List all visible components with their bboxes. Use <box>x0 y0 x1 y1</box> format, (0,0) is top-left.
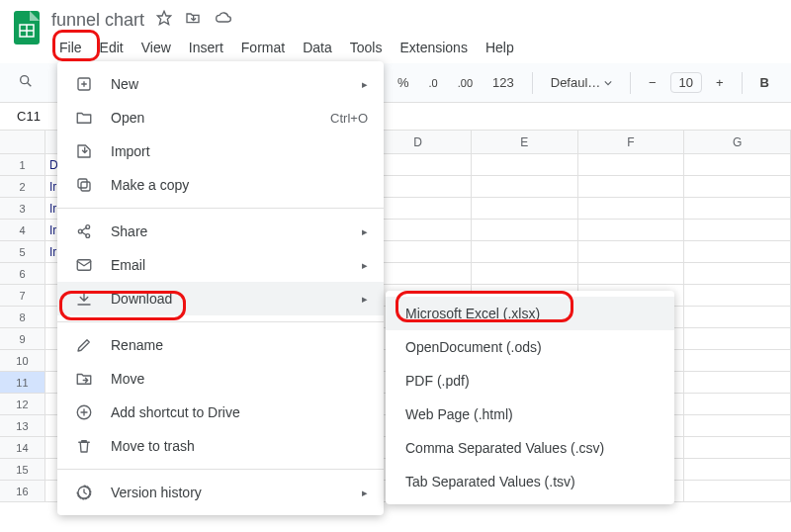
cell[interactable] <box>684 437 791 459</box>
font-size-decrease[interactable]: − <box>643 71 662 94</box>
menu-extensions[interactable]: Extensions <box>392 36 475 59</box>
file-menu-new[interactable]: New▸ <box>57 67 384 101</box>
file-menu-move-to-trash[interactable]: Move to trash <box>57 429 384 463</box>
folder-icon <box>73 107 95 129</box>
select-all-corner[interactable] <box>0 131 45 153</box>
decrease-decimal[interactable]: .0 <box>423 73 444 93</box>
cell[interactable] <box>472 198 578 220</box>
menu-view[interactable]: View <box>133 36 179 59</box>
file-menu-email[interactable]: Email▸ <box>57 248 384 282</box>
cell[interactable] <box>578 220 685 241</box>
file-menu-make-a-copy[interactable]: Make a copy <box>57 168 384 202</box>
file-menu-share[interactable]: Share▸ <box>57 215 384 248</box>
cell[interactable] <box>684 307 791 328</box>
download-option[interactable]: Comma Separated Values (.csv) <box>386 431 674 465</box>
cell[interactable] <box>472 154 578 176</box>
row-header[interactable]: 10 <box>0 350 45 372</box>
font-selector[interactable]: Defaul… <box>545 71 618 94</box>
cell[interactable] <box>472 176 578 198</box>
move-icon <box>73 368 95 390</box>
file-menu-open[interactable]: OpenCtrl+O <box>57 101 384 134</box>
sheets-logo[interactable] <box>12 8 42 47</box>
row-header[interactable]: 6 <box>0 263 45 285</box>
row-header[interactable]: 14 <box>0 437 45 459</box>
cloud-icon[interactable] <box>214 10 233 30</box>
cell[interactable] <box>684 459 791 481</box>
percent-format[interactable]: % <box>392 71 415 94</box>
row-header[interactable]: 11 <box>0 372 45 394</box>
menu-edit[interactable]: Edit <box>92 36 132 59</box>
download-option[interactable]: Tab Separated Values (.tsv) <box>386 465 674 498</box>
move-folder-icon[interactable] <box>184 10 202 30</box>
font-size-input[interactable]: 10 <box>670 72 702 93</box>
trash-icon <box>73 435 95 457</box>
file-menu-import[interactable]: Import <box>57 134 384 168</box>
cell[interactable] <box>578 241 685 263</box>
search-icon[interactable] <box>12 69 40 96</box>
cell[interactable] <box>578 198 685 220</box>
cell[interactable] <box>684 285 791 307</box>
cell[interactable] <box>472 241 578 263</box>
menu-item-label: Open <box>111 110 330 126</box>
row-header[interactable]: 1 <box>0 154 45 176</box>
bold-button[interactable]: B <box>754 71 775 94</box>
col-header-G[interactable]: G <box>684 131 791 153</box>
cell[interactable] <box>684 241 791 263</box>
name-box[interactable]: C11 <box>0 109 49 124</box>
menu-item-label: Import <box>111 143 368 159</box>
cell[interactable] <box>684 263 791 285</box>
row-header[interactable]: 4 <box>0 220 45 241</box>
file-menu-move[interactable]: Move <box>57 362 384 396</box>
menu-insert[interactable]: Insert <box>181 36 231 59</box>
font-size-increase[interactable]: + <box>710 71 730 94</box>
cell[interactable] <box>684 350 791 372</box>
cell[interactable] <box>684 415 791 437</box>
download-icon <box>73 288 95 310</box>
cell[interactable] <box>578 263 685 285</box>
row-header[interactable]: 13 <box>0 415 45 437</box>
row-header[interactable]: 15 <box>0 459 45 481</box>
file-menu-add-shortcut-to-drive[interactable]: Add shortcut to Drive <box>57 396 384 429</box>
menu-format[interactable]: Format <box>233 36 293 59</box>
row-header[interactable]: 9 <box>0 328 45 350</box>
row-header[interactable]: 2 <box>0 176 45 198</box>
cell[interactable] <box>578 154 685 176</box>
cell[interactable] <box>684 481 791 502</box>
increase-decimal[interactable]: .00 <box>452 73 479 93</box>
format-123[interactable]: 123 <box>486 71 520 94</box>
col-header-E[interactable]: E <box>472 131 578 153</box>
row-header[interactable]: 12 <box>0 394 45 415</box>
menu-tools[interactable]: Tools <box>342 36 391 59</box>
cell[interactable] <box>684 176 791 198</box>
cell[interactable] <box>472 220 578 241</box>
plus-box-icon <box>73 73 95 95</box>
col-header-F[interactable]: F <box>578 131 685 153</box>
file-menu-version-history[interactable]: Version history▸ <box>57 476 384 509</box>
download-option[interactable]: OpenDocument (.ods) <box>386 330 674 364</box>
row-header[interactable]: 8 <box>0 307 45 328</box>
cell[interactable] <box>684 372 791 394</box>
cell[interactable] <box>684 198 791 220</box>
menu-separator <box>57 469 384 470</box>
row-header[interactable]: 7 <box>0 285 45 307</box>
row-header[interactable]: 16 <box>0 481 45 502</box>
star-icon[interactable] <box>156 10 172 30</box>
download-option[interactable]: Microsoft Excel (.xlsx) <box>386 297 674 330</box>
menu-data[interactable]: Data <box>295 36 340 59</box>
menu-item-label: Add shortcut to Drive <box>111 404 368 420</box>
menu-file[interactable]: File <box>51 36 90 59</box>
cell[interactable] <box>578 176 685 198</box>
cell[interactable] <box>684 154 791 176</box>
cell[interactable] <box>684 394 791 415</box>
row-header[interactable]: 3 <box>0 198 45 220</box>
row-header[interactable]: 5 <box>0 241 45 263</box>
doc-title[interactable]: funnel chart <box>51 10 144 31</box>
download-option[interactable]: PDF (.pdf) <box>386 364 674 398</box>
cell[interactable] <box>684 328 791 350</box>
download-option[interactable]: Web Page (.html) <box>386 398 674 431</box>
menu-help[interactable]: Help <box>478 36 522 59</box>
file-menu-rename[interactable]: Rename <box>57 328 384 362</box>
cell[interactable] <box>684 220 791 241</box>
cell[interactable] <box>472 263 578 285</box>
file-menu-download[interactable]: Download▸ <box>57 282 384 315</box>
